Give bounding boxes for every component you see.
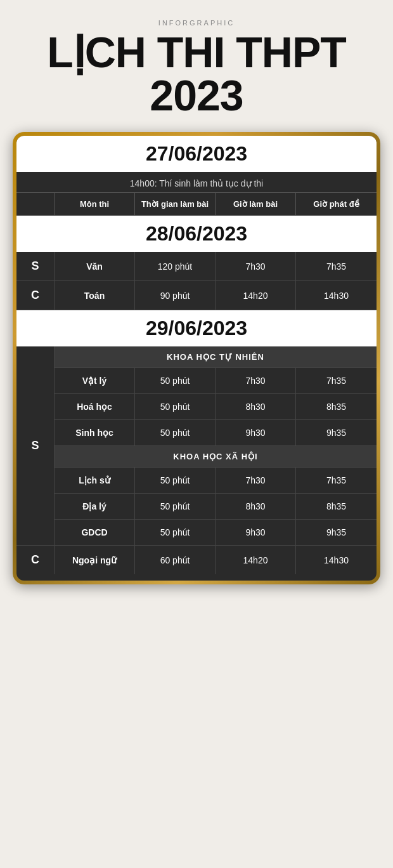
duration-gdcd: 50 phút [135,520,216,545]
subject-toan: Toán [55,281,135,310]
release-toan: 14h30 [296,281,377,310]
table-row: Địa lý 50 phút 8h30 8h35 [55,494,377,520]
date1-header: 27/06/2023 [16,136,377,172]
table-row: S Văn 120 phút 7h30 7h35 [16,252,377,281]
subject-gdcd: GDCD [55,520,135,545]
date1-subtitle: 14h00: Thí sinh làm thủ tục dự thi [16,172,377,192]
start-dia-ly: 8h30 [216,494,296,519]
section-xa-hoi-title: KHOA HỌC XÃ HỘI [55,446,377,468]
page-title: LỊCH THI THPT 2023 [13,30,380,117]
session-c-ngoai-ngu: C [16,546,55,574]
subject-van: Văn [55,252,135,280]
table-row: Sinh học 50 phút 9h30 9h35 [55,420,377,446]
release-hoa-hoc: 8h35 [296,394,377,419]
release-van: 7h35 [296,252,377,280]
col-header-thoi-gian: Thời gian làm bài [135,193,216,215]
col-header-empty [16,193,55,215]
col-header-mon-thi: Môn thi [55,193,135,215]
subject-hoa-hoc: Hoá học [55,394,135,419]
release-sinh-hoc: 9h35 [296,420,377,445]
section-tu-nhien-title: KHOA HỌC TỰ NHIÊN [55,346,377,368]
release-lich-su: 7h35 [296,468,377,493]
schedule-board: 27/06/2023 14h00: Thí sinh làm thủ tục d… [13,132,380,584]
start-vat-ly: 7h30 [216,368,296,393]
duration-lich-su: 50 phút [135,468,216,493]
subject-ngoai-ngu: Ngoại ngữ [55,546,135,574]
column-headers: Môn thi Thời gian làm bài Giờ làm bài Gi… [16,192,377,216]
duration-hoa-hoc: 50 phút [135,394,216,419]
table-row: Lịch sử 50 phút 7h30 7h35 [55,468,377,494]
duration-dia-ly: 50 phút [135,494,216,519]
subject-lich-su: Lịch sử [55,468,135,493]
subject-vat-ly: Vật lý [55,368,135,393]
table-row: GDCD 50 phút 9h30 9h35 [55,520,377,545]
session-s-van: S [16,252,55,280]
release-vat-ly: 7h35 [296,368,377,393]
start-sinh-hoc: 9h30 [216,420,296,445]
duration-van: 120 phút [135,252,216,280]
subject-sinh-hoc: Sinh học [55,420,135,445]
board-inner: 27/06/2023 14h00: Thí sinh làm thủ tục d… [16,136,377,581]
table-row: Hoá học 50 phút 8h30 8h35 [55,394,377,420]
duration-toan: 90 phút [135,281,216,310]
date3-morning-section: S KHOA HỌC TỰ NHIÊN Vật lý 50 phút 7h30 … [16,346,377,545]
start-gdcd: 9h30 [216,520,296,545]
start-hoa-hoc: 8h30 [216,394,296,419]
start-lich-su: 7h30 [216,468,296,493]
table-row: C Toán 90 phút 14h20 14h30 [16,281,377,310]
table-row: C Ngoại ngữ 60 phút 14h20 14h30 [16,545,377,574]
col-header-gio-phat: Giờ phát đề [296,193,377,215]
session-c-toan: C [16,281,55,310]
morning-content: KHOA HỌC TỰ NHIÊN Vật lý 50 phút 7h30 7h… [55,346,377,545]
date2-header: 28/06/2023 [16,216,377,252]
duration-sinh-hoc: 50 phút [135,420,216,445]
subject-dia-ly: Địa lý [55,494,135,519]
date3-header: 29/06/2023 [16,310,377,346]
session-s-29: S [16,346,55,545]
release-dia-ly: 8h35 [296,494,377,519]
release-ngoai-ngu: 14h30 [296,546,377,574]
infographic-label: INFORGRAPHIC [158,19,235,27]
release-gdcd: 9h35 [296,520,377,545]
table-row: Vật lý 50 phút 7h30 7h35 [55,368,377,394]
start-van: 7h30 [216,252,296,280]
duration-ngoai-ngu: 60 phút [135,546,216,574]
col-header-gio-lam: Giờ làm bài [216,193,296,215]
start-toan: 14h20 [216,281,296,310]
duration-vat-ly: 50 phút [135,368,216,393]
start-ngoai-ngu: 14h20 [216,546,296,574]
